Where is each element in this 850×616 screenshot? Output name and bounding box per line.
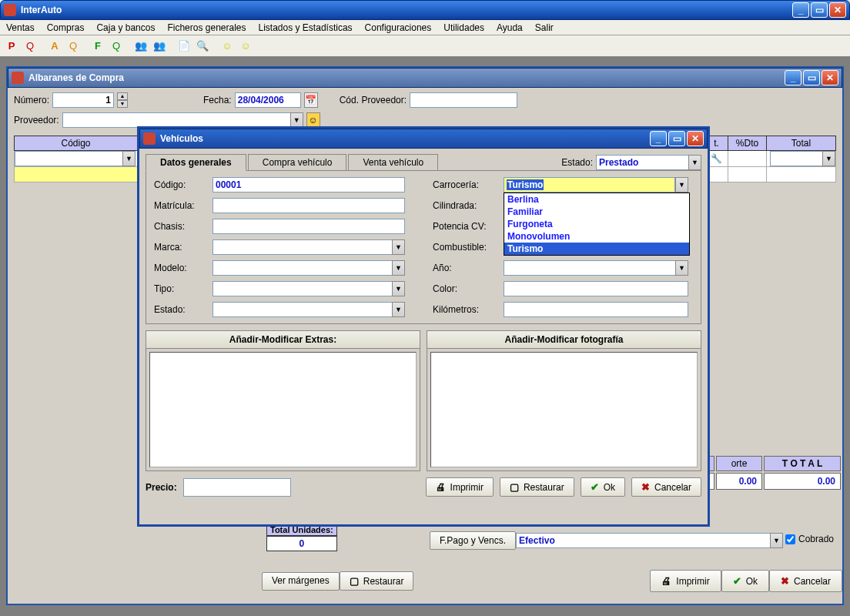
albaranes-minimize[interactable]: _	[785, 70, 801, 85]
ano-input[interactable]	[504, 260, 675, 276]
veh-imprimir-button[interactable]: 🖨Imprimir	[426, 477, 494, 497]
toolbar-search2-icon[interactable]: Q	[65, 38, 82, 55]
row-total-input[interactable]	[770, 151, 822, 166]
dropdown-option-selected[interactable]: Turismo	[504, 243, 689, 255]
km-input[interactable]	[504, 302, 688, 317]
toolbar-search3-icon[interactable]: Q	[108, 38, 125, 55]
extras-header[interactable]: Añadir-Modificar Extras:	[146, 331, 420, 349]
precio-input[interactable]	[183, 478, 291, 497]
fpago-button[interactable]: F.Pago y Vencs.	[430, 531, 516, 550]
matricula-input[interactable]	[212, 198, 405, 213]
estado-top-input[interactable]	[596, 155, 688, 170]
menu-salir[interactable]: Salir	[529, 21, 560, 35]
estado-combo[interactable]: ▼	[212, 302, 405, 317]
menu-compras[interactable]: Compras	[41, 21, 91, 35]
numero-input[interactable]	[52, 92, 114, 108]
ver-margenes-button[interactable]: Ver márgenes	[262, 572, 340, 591]
calendar-icon[interactable]: 📅	[304, 92, 318, 108]
vehiculos-close[interactable]: ✕	[687, 131, 704, 146]
menu-config[interactable]: Configuraciones	[359, 21, 438, 35]
codprov-input[interactable]	[410, 92, 517, 108]
row-tool-icon[interactable]: 🔧	[711, 153, 722, 164]
toolbar-p-icon[interactable]: P	[3, 38, 20, 55]
toolbar-search1-icon[interactable]: Q	[22, 38, 38, 55]
toolbar-f-icon[interactable]: F	[89, 38, 106, 55]
fpago-combo[interactable]: ▼	[516, 533, 783, 548]
proveedor-combo[interactable]: ▼	[62, 112, 303, 128]
chevron-down-icon[interactable]: ▼	[392, 281, 405, 296]
tipo-input[interactable]	[212, 281, 392, 296]
chevron-down-icon[interactable]: ▼	[675, 260, 688, 276]
chevron-down-icon[interactable]: ▼	[290, 112, 303, 128]
codigo-input[interactable]	[212, 177, 405, 192]
chevron-down-icon[interactable]: ▼	[392, 239, 405, 255]
chevron-down-icon[interactable]: ▼	[392, 260, 405, 276]
toolbar-people1-icon[interactable]: 👥	[132, 38, 149, 55]
toolbar-a-icon[interactable]: A	[46, 38, 63, 55]
proveedor-lookup-icon[interactable]: ☺	[306, 112, 320, 128]
carroceria-dropdown[interactable]: Berlina Familiar Furgoneta Monovolumen T…	[504, 192, 690, 256]
extras-body[interactable]	[149, 352, 417, 467]
chevron-down-icon[interactable]: ▼	[392, 302, 405, 317]
veh-cancelar-button[interactable]: ✖Cancelar	[631, 477, 701, 497]
dropdown-option[interactable]: Familiar	[504, 206, 689, 218]
modelo-input[interactable]	[212, 260, 392, 276]
cancelar-button[interactable]: ✖Cancelar	[769, 570, 842, 592]
toolbar-doc-icon[interactable]: 📄	[176, 38, 192, 55]
toolbar-smiley2-icon[interactable]: ☺	[237, 38, 254, 55]
carroceria-input[interactable]: Turismo	[504, 177, 675, 192]
tab-venta[interactable]: Venta vehículo	[348, 154, 438, 170]
numero-spinner[interactable]: ▲▼	[117, 92, 128, 108]
close-button[interactable]: ✕	[829, 2, 846, 18]
chevron-down-icon[interactable]: ▼	[688, 155, 701, 170]
menu-util[interactable]: Utilidades	[437, 21, 490, 35]
dropdown-option[interactable]: Berlina	[504, 193, 689, 206]
col-total[interactable]: Total	[767, 136, 836, 151]
albaranes-maximize[interactable]: ▭	[803, 70, 820, 85]
maximize-button[interactable]: ▭	[811, 2, 828, 18]
col-dto[interactable]: %Dto	[728, 136, 767, 151]
chevron-down-icon[interactable]: ▼	[675, 177, 688, 192]
dropdown-option[interactable]: Monovolumen	[504, 230, 689, 243]
cobrado-check[interactable]: Cobrado	[785, 534, 834, 544]
estado-top-combo[interactable]: ▼	[596, 155, 701, 170]
marca-input[interactable]	[212, 239, 392, 255]
color-input[interactable]	[504, 281, 688, 296]
toolbar-search4-icon[interactable]: 🔍	[194, 38, 211, 55]
vehiculos-maximize[interactable]: ▭	[668, 131, 685, 146]
fecha-input[interactable]	[235, 92, 301, 108]
ano-combo[interactable]: ▼	[504, 260, 688, 276]
chevron-down-icon[interactable]: ▼	[822, 151, 835, 166]
veh-restaurar-button[interactable]: ▢Restaurar	[500, 477, 574, 497]
albaranes-close[interactable]: ✕	[822, 70, 838, 85]
toolbar-smiley1-icon[interactable]: ☺	[219, 38, 236, 55]
estado-input[interactable]	[212, 302, 392, 317]
col-codigo[interactable]: Código	[15, 136, 138, 151]
imprimir-button[interactable]: 🖨Imprimir	[650, 570, 721, 592]
ok-button[interactable]: ✔Ok	[721, 570, 769, 592]
menu-ficheros[interactable]: Ficheros generales	[161, 21, 252, 35]
tab-compra[interactable]: Compra vehículo	[248, 154, 347, 170]
menu-ventas[interactable]: Ventas	[0, 21, 41, 35]
chevron-down-icon[interactable]: ▼	[770, 533, 783, 548]
minimize-button[interactable]: _	[792, 2, 809, 18]
row-codigo-input[interactable]	[15, 151, 122, 166]
menu-listados[interactable]: Listados y Estadísticas	[253, 21, 359, 35]
chevron-down-icon[interactable]: ▼	[122, 151, 136, 166]
veh-ok-button[interactable]: ✔Ok	[581, 477, 625, 497]
marca-combo[interactable]: ▼	[212, 239, 405, 255]
modelo-combo[interactable]: ▼	[212, 260, 405, 276]
foto-body[interactable]	[430, 352, 698, 467]
vehiculos-minimize[interactable]: _	[650, 131, 667, 146]
menu-caja[interactable]: Caja y bancos	[90, 21, 161, 35]
restaurar-button[interactable]: ▢Restaurar	[340, 571, 414, 591]
menu-ayuda[interactable]: Ayuda	[490, 21, 529, 35]
tab-datos-generales[interactable]: Datos generales	[146, 154, 246, 171]
proveedor-input[interactable]	[62, 112, 290, 128]
dropdown-option[interactable]: Furgoneta	[504, 218, 689, 230]
foto-header[interactable]: Añadir-Modificar fotografía	[427, 331, 701, 349]
cobrado-checkbox[interactable]	[785, 534, 795, 544]
fpago-input[interactable]	[516, 533, 770, 548]
chasis-input[interactable]	[212, 219, 405, 234]
tipo-combo[interactable]: ▼	[212, 281, 405, 296]
